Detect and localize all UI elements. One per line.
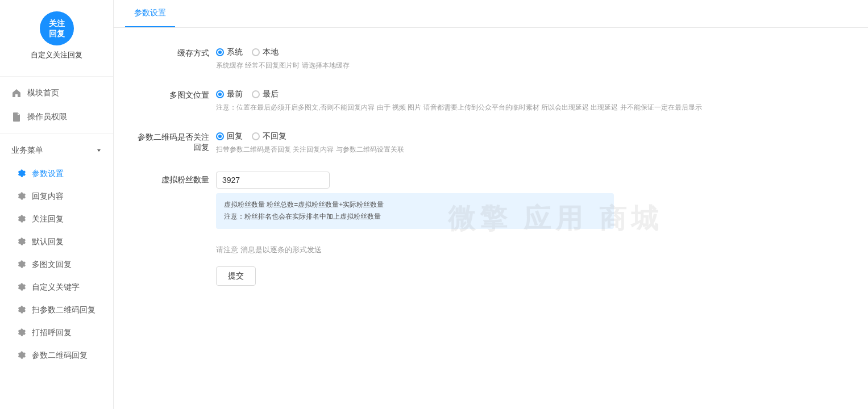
menu-item-param-settings[interactable]: 参数设置 bbox=[0, 162, 113, 185]
gear-icon-default-reply bbox=[17, 237, 26, 247]
cache-radio-system[interactable]: 系统 bbox=[216, 47, 243, 57]
qrcode-row: 参数二维码是否关注回复 回复 不回复 扫带参数二维码是否回复 关注回复内容 与参… bbox=[136, 129, 845, 155]
sidebar-divider-2 bbox=[0, 133, 113, 134]
gear-icon-follow-reply bbox=[17, 215, 26, 224]
cache-radio-local-circle bbox=[252, 48, 260, 56]
chevron-down-icon bbox=[96, 146, 102, 155]
fans-label: 虚拟粉丝数量 bbox=[136, 172, 216, 185]
gear-icon-reply-content bbox=[17, 192, 26, 201]
menu-label-follow-reply: 关注回复 bbox=[32, 214, 64, 224]
gear-icon-param-settings bbox=[17, 169, 26, 178]
cache-control: 系统 本地 系统缓存 经常不回复图片时 请选择本地缓存 bbox=[216, 45, 845, 71]
multiimage-radio-first-circle bbox=[216, 90, 224, 98]
menu-label-custom-keywords: 自定义关键字 bbox=[32, 282, 80, 293]
menu-item-custom-keywords[interactable]: 自定义关键字 bbox=[0, 276, 113, 299]
sidebar-divider bbox=[0, 76, 113, 77]
logo-area: 关注 回复 自定义关注回复 bbox=[31, 11, 82, 60]
qrcode-radio-reply[interactable]: 回复 bbox=[216, 131, 243, 141]
business-menu-header[interactable]: 业务菜单 bbox=[0, 139, 113, 162]
multiimage-radio-first-label: 最前 bbox=[227, 89, 243, 99]
menu-label-greeting: 打招呼回复 bbox=[32, 328, 72, 338]
sidebar: 关注 回复 自定义关注回复 模块首页 操作员权限 业务菜单 参数设置 bbox=[0, 0, 114, 409]
menu-label-param-settings: 参数设置 bbox=[32, 169, 64, 179]
logo-text: 关注 回复 bbox=[49, 18, 65, 39]
content-area: 微擎 应用 商城 缓存方式 系统 本地 系统缓存 经常不回复图片时 请选择本地缓… bbox=[114, 28, 868, 409]
cache-radio-system-label: 系统 bbox=[227, 47, 243, 57]
multiimage-label: 多图文位置 bbox=[136, 87, 216, 101]
qrcode-radio-group: 回复 不回复 bbox=[216, 129, 845, 141]
menu-item-scan-qr[interactable]: 扫参数二维码回复 bbox=[0, 299, 113, 322]
main-content: 参数设置 微擎 应用 商城 缓存方式 系统 本地 系统缓存 经常不回复 bbox=[114, 0, 868, 409]
qrcode-radio-reply-label: 回复 bbox=[227, 131, 243, 141]
multiimage-control: 最前 最后 注意：位置在最后必须开启多图文,否则不能回复内容 由于 视频 图片 … bbox=[216, 87, 845, 113]
multiimage-row: 多图文位置 最前 最后 注意：位置在最后必须开启多图文,否则不能回复内容 由于 … bbox=[136, 87, 845, 113]
gear-icon-custom-keywords bbox=[17, 283, 26, 292]
menu-label-param-qr: 参数二维码回复 bbox=[32, 350, 88, 361]
menu-item-default-reply[interactable]: 默认回复 bbox=[0, 231, 113, 253]
cache-radio-group: 系统 本地 bbox=[216, 45, 845, 57]
qrcode-radio-noreply-label: 不回复 bbox=[263, 131, 286, 141]
menu-label-multi-image: 多图文回复 bbox=[32, 260, 72, 270]
menu-item-follow-reply[interactable]: 关注回复 bbox=[0, 208, 113, 231]
submit-area: 提交 bbox=[136, 266, 845, 286]
qrcode-label: 参数二维码是否关注回复 bbox=[136, 129, 216, 153]
menu-item-greeting[interactable]: 打招呼回复 bbox=[0, 322, 113, 344]
logo-icon: 关注 回复 bbox=[40, 11, 74, 45]
fans-control: 3927 虚拟粉丝数量 粉丝总数=虚拟粉丝数量+实际粉丝数量 注意：粉丝排名也会… bbox=[216, 172, 845, 229]
tab-param-settings[interactable]: 参数设置 bbox=[125, 0, 175, 27]
cache-radio-local-label: 本地 bbox=[263, 47, 279, 57]
fans-info-line2: 注意：粉丝排名也会在实际排名中加上虚拟粉丝数量 bbox=[224, 211, 606, 223]
multiimage-radio-group: 最前 最后 bbox=[216, 87, 845, 99]
sidebar-item-home[interactable]: 模块首页 bbox=[0, 81, 113, 105]
home-icon bbox=[11, 88, 22, 98]
multiimage-radio-last-circle bbox=[252, 90, 260, 98]
cache-label: 缓存方式 bbox=[136, 45, 216, 59]
gear-icon-scan-qr bbox=[17, 306, 26, 315]
submit-button[interactable]: 提交 bbox=[216, 266, 256, 286]
qrcode-radio-reply-circle bbox=[216, 132, 224, 140]
sidebar-home-label: 模块首页 bbox=[27, 88, 59, 98]
business-menu-items: 参数设置 回复内容 关注回复 默认回复 多图文回复 bbox=[0, 162, 113, 367]
qrcode-control: 回复 不回复 扫带参数二维码是否回复 关注回复内容 与参数二维码设置关联 bbox=[216, 129, 845, 155]
sidebar-permissions-label: 操作员权限 bbox=[27, 112, 67, 122]
qrcode-radio-noreply[interactable]: 不回复 bbox=[252, 131, 286, 141]
tab-bar: 参数设置 bbox=[114, 0, 868, 28]
fans-info-box: 虚拟粉丝数量 粉丝总数=虚拟粉丝数量+实际粉丝数量 注意：粉丝排名也会在实际排名… bbox=[216, 193, 614, 229]
cache-hint: 系统缓存 经常不回复图片时 请选择本地缓存 bbox=[216, 60, 845, 71]
qrcode-radio-noreply-circle bbox=[252, 132, 260, 140]
file-icon bbox=[11, 112, 22, 122]
note-text: 请注意 消息是以逐条的形式发送 bbox=[136, 245, 845, 255]
multiimage-radio-first[interactable]: 最前 bbox=[216, 89, 243, 99]
menu-item-multi-image[interactable]: 多图文回复 bbox=[0, 253, 113, 276]
menu-label-scan-qr: 扫参数二维码回复 bbox=[32, 305, 95, 315]
multiimage-radio-last[interactable]: 最后 bbox=[252, 89, 279, 99]
menu-item-param-qr[interactable]: 参数二维码回复 bbox=[0, 344, 113, 367]
gear-icon-greeting bbox=[17, 328, 26, 337]
cache-radio-local[interactable]: 本地 bbox=[252, 47, 279, 57]
fans-info-line1: 虚拟粉丝数量 粉丝总数=虚拟粉丝数量+实际粉丝数量 bbox=[224, 199, 606, 211]
qrcode-hint: 扫带参数二维码是否回复 关注回复内容 与参数二维码设置关联 bbox=[216, 144, 845, 155]
tab-param-settings-label: 参数设置 bbox=[134, 8, 166, 17]
fans-row: 虚拟粉丝数量 3927 虚拟粉丝数量 粉丝总数=虚拟粉丝数量+实际粉丝数量 注意… bbox=[136, 172, 845, 229]
menu-label-default-reply: 默认回复 bbox=[32, 237, 64, 247]
menu-label-reply-content: 回复内容 bbox=[32, 191, 64, 202]
gear-icon-multi-image bbox=[17, 260, 26, 269]
cache-radio-system-circle bbox=[216, 48, 224, 56]
menu-item-reply-content[interactable]: 回复内容 bbox=[0, 185, 113, 208]
multiimage-hint: 注意：位置在最后必须开启多图文,否则不能回复内容 由于 视频 图片 语音都需要上… bbox=[216, 102, 728, 113]
logo-title: 自定义关注回复 bbox=[31, 50, 82, 60]
fans-input[interactable]: 3927 bbox=[216, 172, 330, 189]
business-menu-label: 业务菜单 bbox=[11, 145, 43, 156]
submit-label: 提交 bbox=[228, 271, 244, 280]
sidebar-item-permissions[interactable]: 操作员权限 bbox=[0, 105, 113, 129]
cache-row: 缓存方式 系统 本地 系统缓存 经常不回复图片时 请选择本地缓存 bbox=[136, 45, 845, 71]
gear-icon-param-qr bbox=[17, 351, 26, 360]
multiimage-radio-last-label: 最后 bbox=[263, 89, 279, 99]
